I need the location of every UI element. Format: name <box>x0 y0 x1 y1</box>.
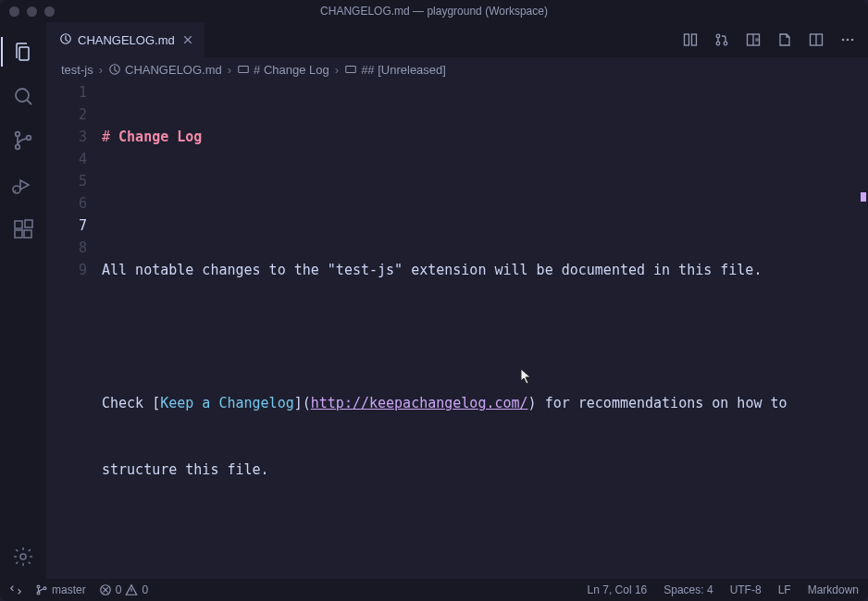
svg-point-3 <box>27 136 31 141</box>
tab-close[interactable] <box>180 32 195 47</box>
preview-icon <box>59 32 72 48</box>
svg-rect-24 <box>346 67 356 73</box>
overview-mark <box>861 192 866 202</box>
tab-label: CHANGELOG.md <box>78 33 175 47</box>
code-line[interactable]: Check [Keep a Changelog](http://keepacha… <box>102 392 868 414</box>
preview-icon <box>108 63 121 76</box>
svg-point-17 <box>755 38 759 42</box>
breadcrumb: test-js › CHANGELOG.md › # Change Log › … <box>46 57 868 81</box>
remote-indicator[interactable] <box>9 583 22 596</box>
crumb-symbol[interactable]: # Change Log <box>237 63 329 77</box>
code-line[interactable]: # Change Log <box>102 126 868 148</box>
svg-rect-7 <box>24 230 31 238</box>
svg-rect-8 <box>25 220 32 227</box>
run-action[interactable] <box>775 31 794 49</box>
code-line[interactable] <box>102 192 868 215</box>
indent-indicator[interactable]: Spaces: 4 <box>663 583 713 596</box>
more-action[interactable] <box>838 31 857 49</box>
split-action[interactable] <box>807 31 825 49</box>
search-icon <box>12 85 34 107</box>
svg-rect-11 <box>685 34 689 45</box>
line-number: 4 <box>46 148 87 170</box>
code-line[interactable]: All notable changes to the "test-js" ext… <box>102 259 868 281</box>
code-content[interactable]: # Change Log All notable changes to the … <box>102 81 868 579</box>
svg-point-2 <box>16 145 20 150</box>
svg-point-1 <box>16 132 20 137</box>
editor-window: CHANGELOG.md — playground (Workspace) <box>0 0 868 601</box>
close-dot[interactable] <box>9 6 19 17</box>
line-number: 5 <box>46 170 87 192</box>
svg-point-20 <box>847 39 849 42</box>
crumb-file[interactable]: CHANGELOG.md <box>108 63 222 77</box>
cursor-position[interactable]: Ln 7, Col 16 <box>588 583 648 596</box>
source-control-tab[interactable] <box>1 118 45 163</box>
activity-bar <box>0 22 46 579</box>
open-changes-action[interactable] <box>713 31 731 49</box>
compare-icon <box>683 32 698 47</box>
source-control-icon <box>12 129 34 152</box>
minimize-dot[interactable] <box>27 6 37 17</box>
encoding-indicator[interactable]: UTF-8 <box>730 583 762 596</box>
title-bar[interactable]: CHANGELOG.md — playground (Workspace) <box>0 0 868 22</box>
svg-point-9 <box>20 554 26 559</box>
overview-ruler[interactable] <box>857 81 868 579</box>
line-number: 2 <box>46 104 87 126</box>
svg-point-15 <box>724 42 727 45</box>
open-preview-action[interactable] <box>744 31 763 49</box>
extensions-tab[interactable] <box>1 207 45 251</box>
line-number: 8 <box>46 237 87 259</box>
extensions-icon <box>12 218 34 240</box>
editor-area: CHANGELOG.md test-js › <box>46 22 868 579</box>
svg-point-13 <box>716 34 720 38</box>
line-number: 7 <box>46 215 87 237</box>
crumb-sep: › <box>228 63 231 77</box>
code-line[interactable] <box>102 325 868 348</box>
svg-point-0 <box>16 89 29 102</box>
line-number: 6 <box>46 192 87 215</box>
tab-changelog[interactable]: CHANGELOG.md <box>46 22 205 57</box>
svg-rect-5 <box>15 221 22 228</box>
warning-icon <box>125 583 138 596</box>
window-title: CHANGELOG.md — playground (Workspace) <box>0 5 868 18</box>
svg-point-25 <box>37 585 40 588</box>
gear-icon <box>12 546 34 568</box>
problems-indicator[interactable]: 0 0 <box>99 583 148 596</box>
branch-icon <box>35 583 48 596</box>
line-number: 3 <box>46 126 87 148</box>
remote-icon <box>9 583 22 596</box>
crumb-symbol[interactable]: ## [Unreleased] <box>344 63 446 77</box>
svg-point-19 <box>842 39 845 42</box>
language-indicator[interactable]: Markdown <box>808 583 859 596</box>
tab-bar: CHANGELOG.md <box>46 22 868 57</box>
run-debug-tab[interactable] <box>1 163 45 207</box>
status-bar: master 0 0 Ln 7, Col 16 Spaces: 4 UTF-8 … <box>0 579 868 601</box>
svg-point-14 <box>716 42 720 45</box>
string-icon <box>237 63 250 76</box>
close-icon <box>182 34 193 45</box>
eol-indicator[interactable]: LF <box>778 583 791 596</box>
editor-actions <box>670 22 868 57</box>
explorer-tab[interactable] <box>1 30 45 74</box>
crumb-folder[interactable]: test-js <box>61 63 93 77</box>
branch-name: master <box>52 583 86 596</box>
svg-rect-12 <box>692 34 697 45</box>
branch-indicator[interactable]: master <box>35 583 86 596</box>
git-pr-icon <box>714 32 729 47</box>
svg-rect-23 <box>239 67 249 73</box>
open-preview-icon <box>746 32 761 47</box>
string-icon <box>344 63 357 76</box>
svg-point-21 <box>851 39 854 42</box>
traffic-lights <box>9 6 55 17</box>
status-right: Ln 7, Col 16 Spaces: 4 UTF-8 LF Markdown <box>588 583 859 596</box>
zoom-dot[interactable] <box>44 6 55 17</box>
code-line[interactable]: structure this file. <box>102 459 868 481</box>
settings-tab[interactable] <box>1 534 45 579</box>
code-editor[interactable]: 1 2 3 4 5 6 7 8 9 # Change Log All notab… <box>46 81 868 579</box>
gutter: 1 2 3 4 5 6 7 8 9 <box>46 81 102 579</box>
run-file-icon <box>777 32 792 47</box>
compare-action[interactable] <box>681 31 700 49</box>
code-line[interactable] <box>102 525 868 547</box>
more-icon <box>840 32 855 47</box>
search-tab[interactable] <box>1 74 45 118</box>
svg-point-27 <box>43 587 46 590</box>
